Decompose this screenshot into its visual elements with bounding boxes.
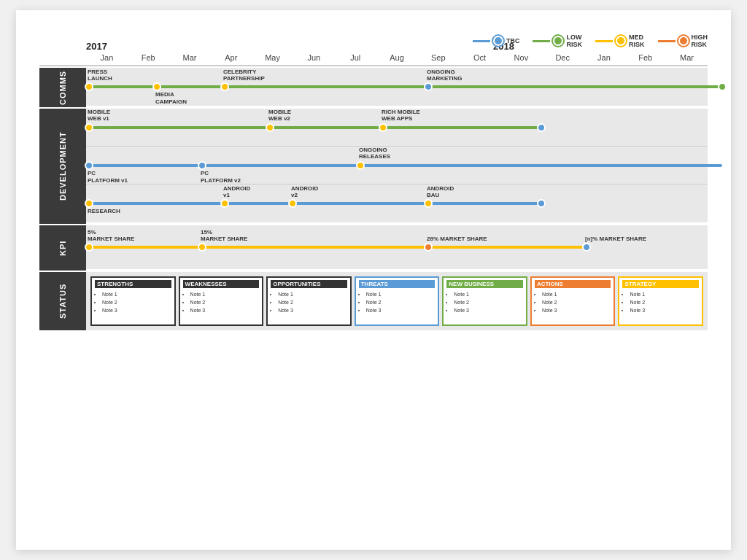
dot-label-development-1-0: PC PLATFORM v1 (88, 170, 128, 184)
swot-note-strengths: Note 1 (102, 290, 171, 298)
legend-item-0: TBC (473, 36, 520, 46)
month-Jul: Jul (335, 53, 376, 62)
month-Jun: Jun (293, 53, 335, 62)
swot-note-strategy: Note 3 (630, 306, 699, 314)
dot-development-2-3 (424, 199, 433, 208)
swot-card-opportunities: OPPORTUNITIESNote 1Note 2Note 3 (266, 276, 352, 326)
swot-card-actions: ACTIONSNote 1Note 2Note 3 (530, 276, 616, 326)
legend-line-2 (595, 40, 613, 42)
swot-note-threats: Note 2 (366, 298, 436, 306)
swot-note-strengths: Note 2 (102, 298, 171, 306)
swimlanes-container: COMMSPRESS LAUNCHMEDIA CAMPAIGNCELEBRITY… (39, 68, 708, 271)
dot-comms-0-3 (424, 82, 433, 91)
dot-development-2-0 (85, 199, 93, 208)
legend-item-2: MED RISK (595, 34, 645, 48)
dot-label-development-2-0: RESEARCH (88, 208, 120, 215)
month-Aug: Aug (376, 53, 418, 62)
swimlane-content-comms: PRESS LAUNCHMEDIA CAMPAIGNCELEBRITY PART… (86, 68, 708, 107)
month-Mar: Mar (169, 53, 211, 62)
dot-kpi-0-3 (582, 243, 591, 252)
month-Dec: Dec (542, 53, 584, 62)
dot-label-development-0-2: RICH MOBILE WEB APPS (382, 109, 420, 122)
status-cards: STRENGTHSNote 1Note 2Note 3WEAKNESSESNot… (86, 272, 708, 330)
swot-title-threats: THREATS (359, 280, 436, 288)
legend-dot-1 (553, 36, 563, 46)
swot-body-threats: Note 1Note 2Note 3 (359, 290, 436, 315)
dot-development-1-2 (356, 161, 365, 170)
swot-note-opportunities: Note 2 (278, 298, 347, 306)
month-Nov: Nov (500, 53, 542, 62)
swot-note-new-business: Note 3 (454, 306, 523, 314)
legend-dot-2 (616, 36, 626, 46)
swot-note-opportunities: Note 1 (278, 290, 347, 298)
legend-item-1: LOW RISK (533, 34, 582, 48)
swot-body-new-business: Note 1Note 2Note 3 (446, 290, 523, 315)
lane-row-comms-0: PRESS LAUNCHMEDIA CAMPAIGNCELEBRITY PART… (86, 68, 708, 106)
swot-note-strategy: Note 2 (630, 298, 699, 306)
dot-development-2-4 (537, 199, 546, 208)
dot-label-development-1-1: PC PLATFORM v2 (201, 170, 241, 184)
lane-row-development-1: PC PLATFORM v1PC PLATFORM v2ONGOING RELE… (86, 147, 708, 184)
lane-row-development-0: MOBILE WEB v1MOBILE WEB v2RICH MOBILE WE… (86, 109, 708, 147)
dot-label-development-2-2: ANDROID v2 (291, 185, 318, 199)
dot-label-kpi-0-2: 28% MARKET SHARE (427, 236, 487, 243)
swot-note-opportunities: Note 3 (278, 306, 347, 314)
month-Jan: Jan (584, 53, 625, 62)
swot-title-weaknesses: WEAKNESSES (183, 280, 260, 288)
legend-dot-3 (678, 36, 689, 46)
swot-note-strategy: Note 1 (630, 290, 699, 298)
swot-note-strengths: Note 3 (102, 306, 171, 314)
dot-development-0-1 (266, 123, 274, 132)
swot-title-actions: ACTIONS (535, 280, 611, 288)
bar-kpi-0 (89, 246, 587, 249)
month-Apr: Apr (210, 53, 252, 62)
swot-body-weaknesses: Note 1Note 2Note 3 (183, 290, 260, 315)
swimlane-comms: COMMSPRESS LAUNCHMEDIA CAMPAIGNCELEBRITY… (39, 68, 708, 107)
swot-title-opportunities: OPPORTUNITIES (271, 280, 347, 288)
swot-card-threats: THREATSNote 1Note 2Note 3 (355, 276, 440, 326)
swot-note-weaknesses: Note 3 (190, 306, 260, 314)
swot-body-strengths: Note 1Note 2Note 3 (95, 290, 171, 315)
dot-kpi-0-0 (85, 243, 93, 252)
dot-development-2-1 (220, 199, 229, 208)
swot-note-actions: Note 1 (542, 290, 611, 298)
dot-development-1-0 (85, 161, 93, 170)
swot-title-new-business: NEW BUSINESS (446, 280, 523, 288)
dot-comms-0-2 (220, 82, 229, 91)
swimlane-label-kpi: KPI (39, 225, 86, 271)
swot-title-strengths: STRENGTHS (95, 280, 171, 288)
swot-body-strategy: Note 1Note 2Note 3 (622, 290, 699, 315)
swot-note-weaknesses: Note 2 (190, 298, 260, 306)
dot-comms-0-4 (718, 82, 727, 91)
dot-label-development-2-1: ANDROID v1 (223, 185, 250, 199)
months-row: JanFebMarAprMayJunJulAugSepOctNovDecJanF… (39, 53, 708, 66)
swot-body-opportunities: Note 1Note 2Note 3 (271, 290, 347, 315)
dot-label-comms-0-2: CELEBRITY PARTNERSHIP (223, 69, 265, 82)
dot-label-development-2-3: ANDROID BAU (427, 185, 454, 199)
swot-card-weaknesses: WEAKNESSESNote 1Note 2Note 3 (179, 276, 264, 326)
month-Sep: Sep (417, 53, 459, 62)
dot-label-development-0-1: MOBILE WEB v2 (268, 109, 291, 122)
dot-kpi-0-2 (424, 243, 433, 252)
dot-development-2-2 (288, 199, 297, 208)
dot-development-0-2 (379, 123, 387, 132)
month-Feb: Feb (128, 53, 169, 62)
bar-development-2 (89, 202, 541, 205)
month-May: May (252, 53, 293, 62)
legend-text-2: MED RISK (629, 34, 645, 48)
dot-development-1-1 (198, 161, 206, 170)
month-Mar: Mar (666, 53, 708, 62)
swimlane-content-kpi: 5% MARKET SHARE15% MARKET SHARE28% MARKE… (86, 225, 708, 271)
dot-label-kpi-0-1: 15% MARKET SHARE (201, 229, 247, 243)
swot-note-threats: Note 3 (366, 306, 436, 314)
swot-card-new-business: NEW BUSINESSNote 1Note 2Note 3 (442, 276, 527, 326)
dot-comms-0-0 (85, 82, 93, 91)
legend-item-3: HIGH RISK (658, 34, 708, 48)
dot-label-development-1-2: ONGOING RELEASES (359, 147, 390, 160)
legend-line-3 (658, 40, 676, 42)
legend-dot-0 (493, 36, 503, 46)
swimlane-development: DEVELOPMENTMOBILE WEB v1MOBILE WEB v2RIC… (39, 109, 708, 224)
month-Feb: Feb (624, 53, 666, 62)
legend-text-0: TBC (506, 37, 520, 44)
bar-comms-0 (89, 85, 722, 88)
